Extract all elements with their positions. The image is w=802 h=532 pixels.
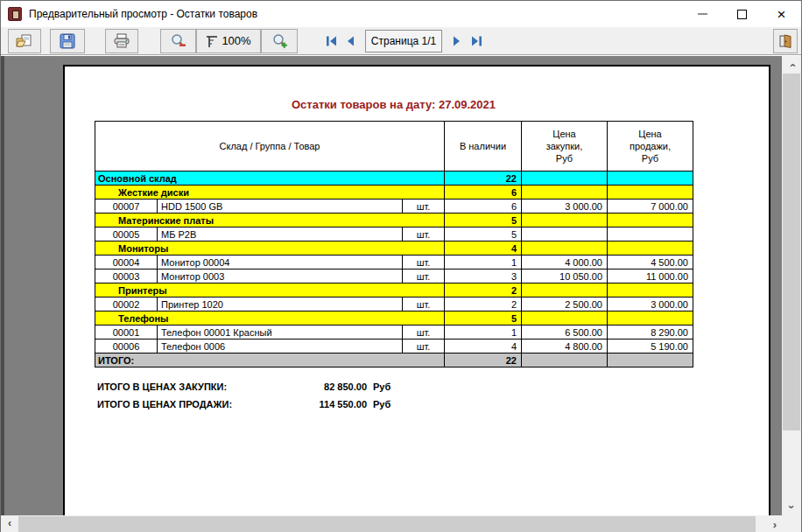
table-row-item: 00006Телефон 0006шт.44 800.005 190.00 [95,340,693,354]
magnifier-minus-icon [170,33,186,49]
table-cell: 3 000.00 [522,200,608,214]
door-exit-icon [777,33,793,49]
table-cell: Мониторы [95,242,445,256]
titlebar: Предварительный просмотр - Остатки товар… [1,1,801,27]
minimize-button[interactable] [683,1,722,27]
table-cell: 22 [445,354,522,368]
total-purchase-currency: Руб [373,382,390,392]
table-cell [608,312,693,326]
table-cell [608,242,693,256]
magnifier-plus-icon [271,33,288,49]
total-sale-line: ИТОГО В ЦЕНАХ ПРОДАЖИ: 114 550.00 Руб [97,396,390,413]
horizontal-scrollbar-thumb[interactable] [18,516,756,532]
scroll-up-button[interactable]: › [782,56,801,74]
table-cell: 1 [445,326,522,340]
table-cell: Монитор 0003 [158,270,403,284]
table-cell [522,228,608,242]
scroll-left-button[interactable]: › [1,515,18,532]
vertical-scrollbar[interactable]: › › [782,56,801,515]
close-icon: × [777,7,786,22]
report-table-body: Основной склад22Жесткие диски600007HDD 1… [95,172,693,368]
table-cell: 10 050.00 [522,270,608,284]
zoom-scale-button[interactable]: 100% [196,29,261,53]
report-table-header: Склад / Группа / Товар В наличии Цена за… [95,122,693,172]
table-cell [608,214,693,228]
table-cell: 4 000.00 [522,256,608,270]
table-cell: шт. [403,298,445,312]
header-qty-column: В наличии [445,122,522,172]
table-cell: 22 [445,172,522,186]
report-title: Остатки товаров на дату: 27.09.2021 [95,98,693,111]
table-row-item: 00002Принтер 1020шт.22 500.003 000.00 [95,298,693,312]
scrollbar-corner [782,515,801,532]
first-page-icon [325,35,338,47]
table-row-group: Материнские платы5 [95,214,693,228]
open-button[interactable] [8,29,41,53]
table-cell: 5 [445,214,522,228]
table-cell [608,354,693,368]
table-cell: 4 [445,242,522,256]
previous-page-button[interactable] [341,31,360,52]
table-cell: 5 190.00 [608,340,693,354]
table-cell: Материнские платы [95,214,445,228]
table-cell: 4 [445,340,522,354]
zoom-level-label: 100% [222,34,250,47]
table-cell: 6 [445,200,522,214]
table-row-warehouse: Основной склад22 [95,172,693,186]
print-button[interactable] [105,29,138,53]
scroll-right-button[interactable]: › [766,515,784,532]
horizontal-scrollbar[interactable]: › › [1,515,784,532]
next-page-icon [452,35,462,47]
last-page-icon [470,35,483,47]
table-cell: шт. [403,326,445,340]
table-cell: 6 [445,186,522,200]
table-cell [608,172,693,186]
table-cell [522,284,608,298]
table-row-total: ИТОГО:22 [95,354,693,368]
zoom-out-button[interactable] [160,29,196,53]
table-cell: HDD 1500 GB [158,200,403,214]
table-row-group: Принтеры2 [95,284,693,298]
table-cell: шт. [403,256,445,270]
table-cell: 00003 [95,270,158,284]
last-page-button[interactable] [467,31,486,52]
chevron-right-icon: › [773,518,777,531]
save-button[interactable] [50,29,85,53]
page-indicator: Страница 1/1 [365,30,442,52]
next-page-button[interactable] [447,31,467,52]
folder-open-icon [16,34,33,48]
table-cell: 8 290.00 [608,326,693,340]
first-page-button[interactable] [321,31,341,52]
vertical-scrollbar-thumb[interactable] [783,74,800,430]
table-cell: 6 500.00 [522,326,608,340]
table-cell: 5 [445,312,522,326]
report-table: Склад / Группа / Товар В наличии Цена за… [95,121,693,368]
table-cell: шт. [403,200,445,214]
chevron-up-icon: › [785,63,798,66]
table-cell: Телефон 00001 Красный [158,326,403,340]
maximize-icon [737,10,747,19]
total-sale-label: ИТОГО В ЦЕНАХ ПРОДАЖИ: [97,399,300,410]
total-purchase-value: 82 850.00 [300,382,367,392]
maximize-button[interactable] [722,1,762,27]
previous-page-icon [345,35,355,47]
scroll-down-button[interactable]: › [782,498,801,515]
minimize-icon [698,13,707,15]
total-purchase-label: ИТОГО В ЦЕНАХ ЗАКУПКИ: [97,382,300,392]
close-button[interactable]: × [762,1,801,27]
exit-preview-button[interactable] [773,29,798,53]
window-title: Предварительный просмотр - Остатки товар… [29,8,257,20]
table-row-item: 00005МБ Р2Вшт.5 [95,228,693,242]
table-row-item: 00004Монитор 00004шт.14 000.004 500.00 [95,256,693,270]
zoom-in-button[interactable] [261,29,298,53]
table-cell: 4 800.00 [522,340,608,354]
table-cell: 7 000.00 [608,200,693,214]
table-cell: шт. [403,270,445,284]
app-icon [8,7,22,21]
table-cell: Монитор 00004 [158,256,403,270]
report-page: Остатки товаров на дату: 27.09.2021 Скла… [63,65,770,532]
preview-area: Остатки товаров на дату: 27.09.2021 Скла… [1,56,801,532]
table-cell: шт. [403,340,445,354]
table-cell: 2 500.00 [522,298,608,312]
table-row-item: 00003Монитор 0003шт.310 050.0011 000.00 [95,270,693,284]
